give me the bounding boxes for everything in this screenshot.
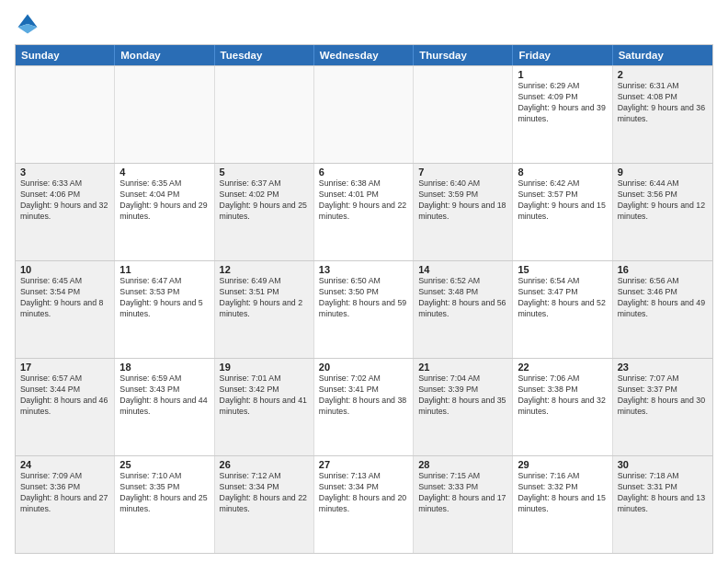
calendar-cell: 21Sunrise: 7:04 AM Sunset: 3:39 PM Dayli… [414, 359, 513, 455]
calendar-cell: 13Sunrise: 6:50 AM Sunset: 3:50 PM Dayli… [314, 261, 414, 358]
calendar-cell: 8Sunrise: 6:42 AM Sunset: 3:57 PM Daylig… [513, 164, 612, 260]
day-info: Sunrise: 7:09 AM Sunset: 3:36 PM Dayligh… [20, 471, 109, 515]
day-info: Sunrise: 6:49 AM Sunset: 3:51 PM Dayligh… [220, 276, 309, 320]
day-info: Sunrise: 7:10 AM Sunset: 3:35 PM Dayligh… [119, 471, 209, 515]
day-info: Sunrise: 6:59 AM Sunset: 3:43 PM Dayligh… [119, 373, 209, 418]
calendar-header-cell: Monday [115, 45, 214, 65]
day-number: 25 [119, 459, 209, 470]
day-number: 11 [119, 264, 209, 275]
day-number: 8 [518, 167, 607, 178]
calendar-cell: 17Sunrise: 6:57 AM Sunset: 3:44 PM Dayli… [16, 359, 115, 455]
calendar-header-cell: Friday [513, 45, 612, 65]
calendar-cell: 19Sunrise: 7:01 AM Sunset: 3:42 PM Dayli… [215, 359, 314, 455]
day-number: 17 [20, 362, 109, 373]
calendar-header-cell: Sunday [16, 45, 115, 65]
day-info: Sunrise: 6:44 AM Sunset: 3:56 PM Dayligh… [618, 178, 708, 223]
calendar-cell: 15Sunrise: 6:54 AM Sunset: 3:47 PM Dayli… [513, 261, 612, 358]
day-info: Sunrise: 6:47 AM Sunset: 3:53 PM Dayligh… [119, 276, 209, 320]
day-number: 27 [319, 459, 408, 470]
day-info: Sunrise: 7:07 AM Sunset: 3:37 PM Dayligh… [618, 373, 708, 418]
day-info: Sunrise: 6:29 AM Sunset: 4:09 PM Dayligh… [518, 81, 607, 125]
calendar-cell [215, 66, 314, 163]
calendar-week: 3Sunrise: 6:33 AM Sunset: 4:06 PM Daylig… [16, 163, 712, 260]
calendar-cell: 10Sunrise: 6:45 AM Sunset: 3:54 PM Dayli… [16, 261, 115, 358]
day-info: Sunrise: 7:13 AM Sunset: 3:34 PM Dayligh… [319, 471, 408, 515]
calendar-cell: 16Sunrise: 6:56 AM Sunset: 3:46 PM Dayli… [613, 261, 712, 358]
day-info: Sunrise: 7:18 AM Sunset: 3:31 PM Dayligh… [618, 471, 708, 515]
day-number: 21 [418, 362, 507, 373]
day-info: Sunrise: 6:57 AM Sunset: 3:44 PM Dayligh… [20, 373, 109, 418]
day-info: Sunrise: 7:02 AM Sunset: 3:41 PM Dayligh… [319, 373, 408, 418]
header [15, 11, 713, 37]
day-info: Sunrise: 6:33 AM Sunset: 4:06 PM Dayligh… [20, 178, 109, 223]
day-info: Sunrise: 7:06 AM Sunset: 3:38 PM Dayligh… [518, 373, 607, 418]
calendar-header-cell: Wednesday [314, 45, 414, 65]
calendar-cell [314, 66, 414, 163]
calendar-cell: 12Sunrise: 6:49 AM Sunset: 3:51 PM Dayli… [215, 261, 314, 358]
day-number: 18 [119, 362, 209, 373]
calendar-cell: 7Sunrise: 6:40 AM Sunset: 3:59 PM Daylig… [414, 164, 513, 260]
calendar-week: 10Sunrise: 6:45 AM Sunset: 3:54 PM Dayli… [16, 260, 712, 358]
calendar-cell: 3Sunrise: 6:33 AM Sunset: 4:06 PM Daylig… [16, 164, 115, 260]
day-number: 30 [618, 459, 708, 470]
calendar-header: SundayMondayTuesdayWednesdayThursdayFrid… [16, 45, 712, 65]
calendar-cell: 18Sunrise: 6:59 AM Sunset: 3:43 PM Dayli… [115, 359, 214, 455]
day-number: 26 [220, 459, 309, 470]
day-info: Sunrise: 6:31 AM Sunset: 4:08 PM Dayligh… [618, 81, 708, 125]
calendar-cell: 24Sunrise: 7:09 AM Sunset: 3:36 PM Dayli… [16, 456, 115, 553]
day-number: 22 [518, 362, 607, 373]
day-info: Sunrise: 6:42 AM Sunset: 3:57 PM Dayligh… [518, 178, 607, 223]
calendar-cell: 23Sunrise: 7:07 AM Sunset: 3:37 PM Dayli… [613, 359, 712, 455]
day-number: 24 [20, 459, 109, 470]
calendar-week: 17Sunrise: 6:57 AM Sunset: 3:44 PM Dayli… [16, 358, 712, 455]
calendar-cell: 9Sunrise: 6:44 AM Sunset: 3:56 PM Daylig… [613, 164, 712, 260]
day-number: 9 [618, 167, 708, 178]
day-number: 12 [220, 264, 309, 275]
day-info: Sunrise: 6:35 AM Sunset: 4:04 PM Dayligh… [119, 178, 209, 223]
calendar-cell: 6Sunrise: 6:38 AM Sunset: 4:01 PM Daylig… [314, 164, 414, 260]
day-number: 10 [20, 264, 109, 275]
day-number: 16 [618, 264, 708, 275]
calendar-cell: 2Sunrise: 6:31 AM Sunset: 4:08 PM Daylig… [613, 66, 712, 163]
calendar-cell: 25Sunrise: 7:10 AM Sunset: 3:35 PM Dayli… [115, 456, 214, 553]
calendar-cell: 20Sunrise: 7:02 AM Sunset: 3:41 PM Dayli… [314, 359, 414, 455]
calendar-header-cell: Saturday [613, 45, 712, 65]
calendar-week: 1Sunrise: 6:29 AM Sunset: 4:09 PM Daylig… [16, 65, 712, 163]
day-info: Sunrise: 6:37 AM Sunset: 4:02 PM Dayligh… [220, 178, 309, 223]
calendar-cell: 30Sunrise: 7:18 AM Sunset: 3:31 PM Dayli… [613, 456, 712, 553]
day-info: Sunrise: 7:04 AM Sunset: 3:39 PM Dayligh… [418, 373, 507, 418]
day-number: 13 [319, 264, 408, 275]
day-number: 14 [418, 264, 507, 275]
day-info: Sunrise: 6:38 AM Sunset: 4:01 PM Dayligh… [319, 178, 408, 223]
calendar-cell: 4Sunrise: 6:35 AM Sunset: 4:04 PM Daylig… [115, 164, 214, 260]
calendar-cell: 28Sunrise: 7:15 AM Sunset: 3:33 PM Dayli… [414, 456, 513, 553]
day-number: 19 [220, 362, 309, 373]
day-info: Sunrise: 6:45 AM Sunset: 3:54 PM Dayligh… [20, 276, 109, 320]
day-info: Sunrise: 6:50 AM Sunset: 3:50 PM Dayligh… [319, 276, 408, 320]
day-info: Sunrise: 7:15 AM Sunset: 3:33 PM Dayligh… [418, 471, 507, 515]
day-number: 7 [418, 167, 507, 178]
page: SundayMondayTuesdayWednesdayThursdayFrid… [0, 0, 728, 563]
day-number: 6 [319, 167, 408, 178]
calendar-cell: 1Sunrise: 6:29 AM Sunset: 4:09 PM Daylig… [513, 66, 612, 163]
day-number: 20 [319, 362, 408, 373]
calendar-week: 24Sunrise: 7:09 AM Sunset: 3:36 PM Dayli… [16, 455, 712, 553]
day-number: 2 [618, 69, 708, 80]
day-info: Sunrise: 6:56 AM Sunset: 3:46 PM Dayligh… [618, 276, 708, 320]
calendar-cell: 5Sunrise: 6:37 AM Sunset: 4:02 PM Daylig… [215, 164, 314, 260]
day-info: Sunrise: 7:01 AM Sunset: 3:42 PM Dayligh… [220, 373, 309, 418]
calendar: SundayMondayTuesdayWednesdayThursdayFrid… [15, 44, 713, 554]
calendar-cell: 29Sunrise: 7:16 AM Sunset: 3:32 PM Dayli… [513, 456, 612, 553]
day-number: 28 [418, 459, 507, 470]
day-info: Sunrise: 7:12 AM Sunset: 3:34 PM Dayligh… [220, 471, 309, 515]
day-number: 15 [518, 264, 607, 275]
day-info: Sunrise: 6:40 AM Sunset: 3:59 PM Dayligh… [418, 178, 507, 223]
calendar-cell: 11Sunrise: 6:47 AM Sunset: 3:53 PM Dayli… [115, 261, 214, 358]
calendar-cell [414, 66, 513, 163]
day-number: 4 [119, 167, 209, 178]
day-info: Sunrise: 6:52 AM Sunset: 3:48 PM Dayligh… [418, 276, 507, 320]
day-number: 3 [20, 167, 109, 178]
day-info: Sunrise: 7:16 AM Sunset: 3:32 PM Dayligh… [518, 471, 607, 515]
day-info: Sunrise: 6:54 AM Sunset: 3:47 PM Dayligh… [518, 276, 607, 320]
calendar-cell: 26Sunrise: 7:12 AM Sunset: 3:34 PM Dayli… [215, 456, 314, 553]
